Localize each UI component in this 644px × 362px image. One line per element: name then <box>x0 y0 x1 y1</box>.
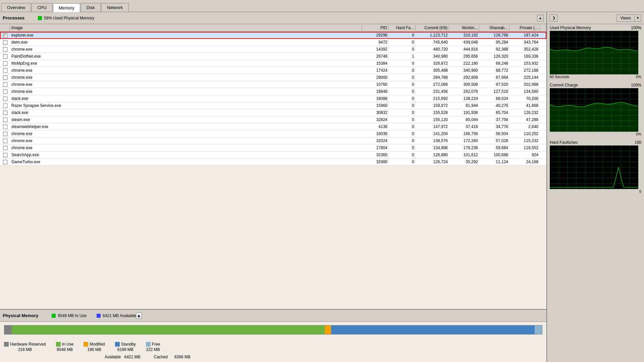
col-shareable[interactable]: Shareab... <box>479 25 509 31</box>
cell-checkbox-12[interactable] <box>0 117 10 123</box>
checkbox-2[interactable] <box>3 47 7 52</box>
col-hard-faults[interactable]: Hard Fa... <box>389 25 416 31</box>
cell-working-15: 172,260 <box>449 138 479 144</box>
cell-checkbox-10[interactable] <box>0 103 10 109</box>
cell-checkbox-9[interactable] <box>0 96 10 102</box>
checkbox-11[interactable] <box>3 111 7 115</box>
checkbox-3[interactable] <box>3 54 7 59</box>
cell-checkbox-14[interactable] <box>0 131 10 137</box>
processes-section: Processes 58% Used Physical Memory ▲ Ima… <box>0 12 546 309</box>
checkbox-17[interactable] <box>3 153 7 157</box>
cell-checkbox-1[interactable] <box>0 39 10 45</box>
table-row[interactable]: chrome.exe 18648 0 231,456 262,076 127,5… <box>0 88 546 95</box>
cell-end-15 <box>540 138 546 144</box>
table-row[interactable]: explorer.exe 29296 0 1,123,712 316,192 1… <box>0 32 546 39</box>
table-row[interactable]: GameTurbo.exe 32980 0 126,724 35,292 11,… <box>0 159 546 166</box>
cell-checkbox-17[interactable] <box>0 152 10 158</box>
cell-checkbox-6[interactable] <box>0 74 10 80</box>
col-pid[interactable]: PID <box>362 25 389 31</box>
chart-hard-faults-title: Hard Faults/sec <box>550 140 578 145</box>
tab-cpu[interactable]: CPU <box>32 3 52 12</box>
cell-shareable-15: 57,028 <box>479 138 509 144</box>
cell-checkbox-13[interactable] <box>0 124 10 130</box>
table-row[interactable]: PaintDotNet.exe 26748 1 340,980 295,656 … <box>0 53 546 60</box>
cell-shareable-2: 92,388 <box>479 46 509 52</box>
table-row[interactable]: MsMpEng.exe 15384 0 326,872 222,180 68,2… <box>0 60 546 67</box>
table-row[interactable]: chrome.exe 17804 0 134,896 178,236 59,68… <box>0 144 546 152</box>
col-image[interactable]: Image <box>10 25 362 31</box>
checkbox-4[interactable] <box>3 61 7 66</box>
col-private[interactable]: Private (... <box>509 25 540 31</box>
checkbox-9[interactable] <box>3 97 7 101</box>
table-row[interactable]: steamwebhelper.exe 4136 0 147,972 37,416… <box>0 123 546 130</box>
cell-checkbox-11[interactable] <box>0 110 10 116</box>
cell-working-17: 101,612 <box>449 152 479 158</box>
cell-image-3: PaintDotNet.exe <box>10 53 362 59</box>
cell-checkbox-0[interactable] <box>0 32 10 38</box>
checkbox-10[interactable] <box>3 104 7 108</box>
chart-commit-min: 0% <box>636 132 641 136</box>
checkbox-14[interactable] <box>3 132 7 136</box>
table-row[interactable]: chrome.exe 17424 0 305,488 340,960 68,77… <box>0 67 546 74</box>
checkbox-1[interactable] <box>3 40 7 45</box>
checkbox-12[interactable] <box>3 118 7 122</box>
table-row[interactable]: chrome.exe 32024 0 138,576 172,260 57,02… <box>0 137 546 144</box>
cell-private-0: 187,424 <box>509 32 540 38</box>
cell-checkbox-16[interactable] <box>0 145 10 151</box>
tab-disk[interactable]: Disk <box>81 3 101 12</box>
cell-checkbox-3[interactable] <box>0 53 10 59</box>
table-row[interactable]: SearchApp.exe 32360 0 126,880 101,612 10… <box>0 152 546 159</box>
checkbox-8[interactable] <box>3 89 7 94</box>
cell-checkbox-8[interactable] <box>0 88 10 95</box>
available-value: 6421 MB <box>124 355 141 359</box>
checkbox-0[interactable] <box>3 33 7 38</box>
cell-checkbox-18[interactable] <box>0 159 10 165</box>
checkbox-7[interactable] <box>3 82 7 87</box>
cell-pid-9: 18088 <box>362 96 389 102</box>
cell-checkbox-15[interactable] <box>0 138 10 144</box>
memory-bar-free <box>535 325 542 334</box>
table-row[interactable]: Razer Synapse Service.exe 15960 0 159,97… <box>0 102 546 109</box>
col-working[interactable]: Workin... <box>449 25 479 31</box>
physical-memory-collapse-btn[interactable]: ▲ <box>136 312 142 319</box>
table-row[interactable]: chrome.exe 14392 0 480,720 444,816 92,38… <box>0 46 546 53</box>
cell-end-18 <box>540 159 546 165</box>
cell-commit-9: 215,692 <box>416 96 449 102</box>
legend-hw-label: Hardware Reserved <box>10 342 46 347</box>
table-row[interactable]: slack.exe 18088 0 215,692 138,224 68,024… <box>0 95 546 102</box>
table-row[interactable]: slack.exe 30832 0 155,528 191,936 65,704… <box>0 109 546 116</box>
legend-modified-label: Modified <box>90 342 105 347</box>
cell-working-13: 37,416 <box>449 124 479 130</box>
tab-overview[interactable]: Overview <box>1 3 31 12</box>
cell-checkbox-2[interactable] <box>0 46 10 52</box>
checkbox-16[interactable] <box>3 146 7 150</box>
cell-end-13 <box>540 124 546 130</box>
cell-checkbox-7[interactable] <box>0 81 10 87</box>
checkbox-18[interactable] <box>3 160 7 164</box>
cell-working-5: 340,960 <box>449 67 479 73</box>
cell-private-14: 110,252 <box>509 131 540 137</box>
table-row[interactable]: chrome.exe 10760 0 272,068 300,508 97,52… <box>0 81 546 88</box>
cell-commit-1: 745,640 <box>416 39 449 45</box>
checkbox-5[interactable] <box>3 68 7 73</box>
cell-checkbox-4[interactable] <box>0 60 10 66</box>
table-row[interactable]: chrome.exe 16036 0 141,204 166,756 56,50… <box>0 130 546 137</box>
tab-memory[interactable]: Memory <box>53 3 80 12</box>
tab-network[interactable]: Network <box>101 3 129 12</box>
nav-left-btn[interactable]: ❯ <box>550 14 558 22</box>
cell-commit-18: 126,724 <box>416 159 449 165</box>
processes-collapse-btn[interactable]: ▲ <box>537 15 544 21</box>
table-row[interactable]: steam.exe 32824 0 155,120 85,044 37,756 … <box>0 116 546 123</box>
table-row[interactable]: dwm.exe 9472 0 745,640 439,048 95,284 34… <box>0 39 546 46</box>
table-row[interactable]: chrome.exe 29000 0 284,788 292,808 67,66… <box>0 74 546 81</box>
cell-pid-7: 10760 <box>362 81 389 87</box>
checkbox-13[interactable] <box>3 125 7 129</box>
chart-used-physical: Used Physical Memory 100% 60 Seconds 0% <box>547 24 644 80</box>
cell-shareable-8: 127,516 <box>479 88 509 95</box>
checkbox-6[interactable] <box>3 75 7 80</box>
views-button[interactable]: Views ▼ <box>616 14 641 22</box>
cell-checkbox-5[interactable] <box>0 67 10 73</box>
col-commit[interactable]: Commit (KB) <box>416 25 449 31</box>
cell-shareable-18: 11,124 <box>479 159 509 165</box>
checkbox-15[interactable] <box>3 139 7 143</box>
